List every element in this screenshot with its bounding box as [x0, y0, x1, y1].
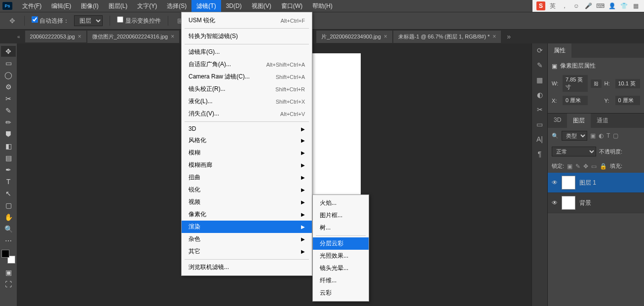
ime-keyboard-icon[interactable]: ⌨	[596, 1, 605, 10]
lasso-tool[interactable]: ◯	[1, 70, 16, 80]
y-input[interactable]: 0 厘米	[615, 96, 641, 105]
swatches-icon[interactable]: ▦	[536, 76, 543, 84]
filter-text-icon[interactable]: T	[606, 132, 610, 139]
menu-edit[interactable]: 编辑(E)	[46, 0, 76, 12]
brush-panel-icon[interactable]: ✎	[537, 61, 543, 69]
menu-view[interactable]: 视图(V)	[247, 0, 276, 12]
ime-user-icon[interactable]: 👤	[607, 1, 616, 10]
tools-icon[interactable]: ✂	[537, 106, 543, 114]
menu-3d[interactable]: 3D(D)	[221, 0, 247, 11]
lock-position-icon[interactable]: ✥	[583, 163, 588, 170]
filter-menu-item[interactable]: 渲染▶	[182, 221, 312, 233]
x-input[interactable]: 0 厘米	[563, 96, 588, 105]
eyedropper-tool[interactable]: ✎	[1, 105, 16, 116]
tabs-chevron-left[interactable]: «	[17, 34, 20, 39]
close-icon[interactable]: ×	[171, 33, 174, 40]
filter-menu-item[interactable]: 杂色▶	[182, 233, 312, 245]
filter-menu-item[interactable]: USM 锐化Alt+Ctrl+F	[182, 14, 312, 27]
filter-menu-item[interactable]: 风格化▶	[182, 134, 312, 147]
render-submenu-item[interactable]: 图片框...	[313, 209, 369, 222]
marquee-tool[interactable]: ▭	[1, 58, 16, 69]
pen-tool[interactable]: ✒	[1, 164, 16, 175]
brush-tool[interactable]: ✏	[1, 117, 16, 128]
filter-menu-item[interactable]: 自适应广角(A)...Alt+Shift+Ctrl+A	[182, 58, 312, 71]
menu-layer[interactable]: 图层(L)	[104, 0, 133, 12]
filter-menu-item[interactable]: 消失点(V)...Alt+Ctrl+V	[182, 108, 312, 120]
shape-tool[interactable]: ▢	[1, 200, 16, 211]
filter-menu-item[interactable]: 视频▶	[182, 196, 312, 208]
doc-tab-active[interactable]: 未标题-1 @ 66.7% (图层 1, RGB/8#) *×	[393, 31, 501, 43]
properties-tab[interactable]: 属性	[548, 43, 571, 58]
filter-menu-item[interactable]: Camera Raw 滤镜(C)...Shift+Ctrl+A	[182, 71, 312, 83]
layer-name[interactable]: 背景	[579, 199, 591, 207]
filter-menu-item[interactable]: 浏览联机滤镜...	[182, 261, 312, 273]
filter-menu-item[interactable]: 其它▶	[182, 245, 312, 258]
menu-image[interactable]: 图像(I)	[76, 0, 103, 12]
more-tools[interactable]: ⋯	[1, 235, 16, 246]
ime-punct-icon[interactable]: ，	[560, 1, 569, 10]
hand-tool[interactable]: ✋	[1, 212, 16, 223]
visibility-icon[interactable]: 👁	[552, 199, 558, 206]
quick-select-tool[interactable]: ⚙	[1, 81, 16, 92]
render-submenu-item[interactable]: 光照效果...	[313, 250, 369, 262]
screenmode-tool[interactable]: ⛶	[1, 279, 16, 290]
render-submenu-item[interactable]: 镜头光晕...	[313, 262, 369, 274]
ime-emoji-icon[interactable]: ☺	[572, 1, 581, 10]
libraries-icon[interactable]: ▭	[536, 120, 543, 128]
menu-window[interactable]: 窗口(W)	[276, 0, 307, 12]
stamp-tool[interactable]: ⛊	[1, 129, 16, 140]
lock-artboard-icon[interactable]: ▭	[591, 163, 597, 170]
filter-adjust-icon[interactable]: ◐	[599, 132, 604, 139]
filter-menu-item[interactable]: 镜头校正(R)...Shift+Ctrl+R	[182, 83, 312, 95]
zoom-tool[interactable]: 🔍	[1, 224, 16, 234]
path-tool[interactable]: ↖	[1, 188, 16, 199]
ime-skin-icon[interactable]: 👕	[619, 1, 628, 10]
layer-row[interactable]: 👁 图层 1	[548, 173, 644, 193]
channels-tab[interactable]: 通道	[591, 114, 614, 128]
eraser-tool[interactable]: ◧	[1, 141, 16, 152]
lock-all-icon[interactable]: 🔒	[600, 163, 607, 170]
doc-tab[interactable]: 片_20200602234900.jpg×	[316, 31, 392, 43]
link-icon[interactable]: ⛓	[591, 79, 602, 88]
filter-menu-item[interactable]: 扭曲▶	[182, 171, 312, 184]
show-transform-checkbox[interactable]: 显示变换控件	[117, 16, 160, 25]
filter-menu-item[interactable]: 转换为智能滤镜(S)	[182, 30, 312, 42]
tabs-overflow[interactable]: »	[507, 33, 511, 40]
filter-shape-icon[interactable]: ▢	[613, 132, 618, 139]
layer-thumbnail[interactable]	[562, 176, 575, 190]
gradient-tool[interactable]: ▤	[1, 153, 16, 163]
char-icon[interactable]: A|	[536, 135, 543, 143]
doc-tab[interactable]: 微信图片_2020060222431​6.jpg×	[87, 31, 180, 43]
filter-pixel-icon[interactable]: ▣	[590, 132, 596, 139]
move-tool[interactable]: ✥	[1, 46, 16, 57]
doc-tab[interactable]: 200602222053.jpg×	[25, 31, 86, 42]
filter-menu-item[interactable]: 3D▶	[182, 123, 312, 134]
blend-mode-select[interactable]: 正常	[552, 147, 596, 156]
fg-bg-colors[interactable]	[1, 250, 15, 264]
menu-file[interactable]: 文件(F)	[17, 0, 46, 12]
3d-tab[interactable]: 3D	[548, 114, 567, 128]
filter-menu-item[interactable]: 锐化▶	[182, 184, 312, 196]
lock-pixels-icon[interactable]: ▣	[567, 163, 572, 170]
height-input[interactable]: 10.1 英	[615, 79, 641, 88]
close-icon[interactable]: ×	[384, 33, 387, 40]
render-submenu-item[interactable]: 云彩	[313, 287, 369, 299]
filter-menu-item[interactable]: 液化(L)...Shift+Ctrl+X	[182, 95, 312, 108]
filter-menu-item[interactable]: 像素化▶	[182, 208, 312, 221]
layers-tab[interactable]: 图层	[567, 114, 591, 128]
layer-thumbnail[interactable]	[562, 196, 575, 210]
menu-text[interactable]: 文字(Y)	[132, 0, 162, 12]
render-submenu-item[interactable]: 火焰...	[313, 197, 369, 209]
ime-tools-icon[interactable]: ▦	[631, 1, 640, 10]
width-input[interactable]: 7.85 英寸	[563, 75, 588, 92]
menu-help[interactable]: 帮助(H)	[307, 0, 338, 12]
filter-menu-item[interactable]: 模糊画廊▶	[182, 159, 312, 171]
close-icon[interactable]: ×	[492, 33, 496, 40]
crop-tool[interactable]: ✂	[1, 93, 16, 104]
visibility-icon[interactable]: 👁	[552, 179, 558, 186]
auto-select-target[interactable]: 图层	[74, 15, 103, 26]
filter-type-select[interactable]: 类型	[562, 131, 587, 141]
auto-select-checkbox[interactable]: 自动选择：	[32, 16, 69, 25]
quickmask-tool[interactable]: ▣	[1, 267, 16, 278]
adjustments-icon[interactable]: ◐	[537, 91, 543, 99]
